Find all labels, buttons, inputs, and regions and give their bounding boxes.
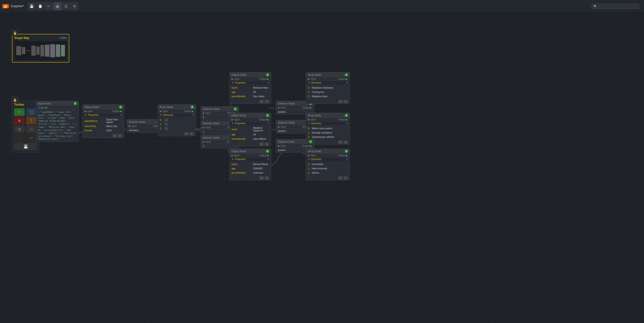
- array-mol-powers-connector[interactable]: [345, 73, 348, 76]
- prop-squadname: squadName : Super hero squad: [83, 118, 124, 124]
- object-node-1-output[interactable]: Output ▶: [112, 110, 122, 112]
- tb-btn-warning[interactable]: !: [26, 117, 37, 124]
- arr-mol-powers-output[interactable]: Output ▶: [338, 78, 348, 80]
- obj-molecule-output[interactable]: Output ▶: [259, 78, 269, 80]
- array-node-1-io: ▶ Input Output ▶: [158, 110, 196, 113]
- array-mad-powers-connector[interactable]: [345, 114, 348, 117]
- tb-btn-save-node[interactable]: 💾: [14, 143, 37, 150]
- obj-madame-remove[interactable]: −: [265, 142, 269, 146]
- prop-mad-name-key: name: [232, 128, 250, 131]
- tb-btn-add-green[interactable]: +: [14, 108, 24, 116]
- sel-et-powers-output[interactable]: Output ▶: [302, 144, 312, 147]
- sel-mad-powers-input[interactable]: ▶ Input: [278, 126, 286, 128]
- prop-m-age-key: age: [232, 91, 250, 94]
- tb-btn-remove[interactable]: ■: [14, 117, 24, 124]
- arr-mol-powers-input[interactable]: ▶ Input: [308, 78, 316, 80]
- obj-madame-count: 4: [268, 122, 269, 125]
- sel-members-input[interactable]: ▶ Input: [129, 125, 137, 127]
- map-thumb-4: [36, 46, 40, 55]
- array-idx-2: 2:: [160, 127, 164, 130]
- tb-btn-info[interactable]: ⬛: [26, 108, 37, 116]
- object-node-1-add[interactable]: +: [112, 134, 117, 137]
- obj-madame-add[interactable]: +: [260, 142, 264, 146]
- tb-btn-download[interactable]: ↓: [14, 134, 24, 142]
- search-input[interactable]: [597, 5, 635, 8]
- object-node-madame-connector[interactable]: [266, 114, 269, 117]
- obj-molecule-add[interactable]: +: [260, 100, 264, 103]
- tb-btn-paste-node[interactable]: ⧊: [26, 126, 37, 133]
- array-node-1: Array Node ▶ Input Output ▶ ▼ Elements 3…: [158, 104, 196, 136]
- selector-et-powers-connector[interactable]: [309, 140, 312, 143]
- array-node-1-remove[interactable]: −: [190, 132, 194, 136]
- arr-mad-powers-input[interactable]: ▶ Input: [308, 118, 316, 121]
- array-mad-powers-io: ▶ Input Output ▶: [306, 118, 350, 122]
- obj-molecule-remove[interactable]: −: [265, 100, 269, 103]
- prop-formed: formed : 2016: [83, 128, 124, 132]
- arr-et-add[interactable]: +: [338, 176, 342, 180]
- obj-eternal-input[interactable]: ▶ Input: [232, 154, 239, 157]
- save-button[interactable]: 💾: [28, 2, 35, 10]
- array-node-1-header: Array Node: [158, 105, 196, 110]
- sel-mol-powers-input[interactable]: ▶ Input: [278, 106, 286, 109]
- obj-eternal-remove[interactable]: −: [265, 176, 269, 180]
- mol-power-idx-0: 0:: [308, 86, 312, 89]
- arr-mol-add[interactable]: +: [338, 100, 342, 103]
- toolbar-lock[interactable]: 🔒: [12, 96, 18, 103]
- arr-et-powers-output[interactable]: Output ▶: [338, 154, 348, 157]
- array-node-1-footer: + −: [158, 132, 196, 136]
- array-node-1-input[interactable]: ▶ Input: [160, 110, 168, 112]
- arr-mad-powers-elems: Elements: [311, 122, 321, 125]
- copy-button[interactable]: 📋: [36, 2, 44, 10]
- grid-button[interactable]: ▦: [54, 2, 61, 10]
- arr-et-powers-input[interactable]: ▶ Input: [308, 154, 316, 157]
- sel-1b-input[interactable]: ▶ Input: [203, 126, 211, 129]
- obj-madame-output[interactable]: Output ▶: [259, 118, 269, 121]
- arr-mad-add[interactable]: +: [338, 140, 342, 144]
- object-node-1-remove[interactable]: −: [118, 134, 122, 137]
- arr-mol-remove[interactable]: −: [344, 100, 348, 103]
- sel-et-powers-input[interactable]: ▶ Input: [278, 144, 286, 147]
- prop-m-name-sep: :: [252, 86, 252, 89]
- object-node-molecule: Object Node ▶ Input Output ▶ ▼ Propertie…: [229, 72, 271, 104]
- obj-madame-input[interactable]: ▶ Input: [232, 118, 239, 121]
- graph-map-canvas: [14, 41, 67, 60]
- arr-mad-powers-output[interactable]: Output ▶: [338, 118, 348, 121]
- object-node-eternal-connector[interactable]: [266, 150, 269, 153]
- prop-et-identity-sep: :: [252, 172, 252, 174]
- settings-button[interactable]: ⚙: [71, 2, 78, 10]
- prop-mad-age-sep: :: [252, 133, 252, 136]
- scissors-button[interactable]: ✂: [45, 2, 52, 10]
- sel-2-input[interactable]: ▶ Input: [203, 140, 211, 143]
- prop-m-name-key: name: [232, 86, 250, 89]
- array-et-powers-connector[interactable]: [345, 150, 348, 153]
- array-node-1-connector[interactable]: [191, 106, 194, 108]
- arr-et-remove[interactable]: −: [344, 176, 348, 180]
- sel-0-input[interactable]: ▶ Input: [203, 112, 211, 114]
- obj-eternal-output[interactable]: Output ▶: [259, 154, 269, 157]
- array-node-1-add[interactable]: +: [184, 132, 188, 136]
- sel-mol-powers-output[interactable]: Output ▶: [302, 106, 312, 109]
- input-node-output-connector[interactable]: [74, 102, 77, 105]
- selector-node-0-connector[interactable]: [234, 108, 237, 110]
- tb-btn-copy-node[interactable]: ⧉: [14, 126, 24, 133]
- object-node-1-output-connector[interactable]: [119, 106, 122, 108]
- array-mol-powers-label: Array Node: [308, 73, 321, 76]
- selector-et-powers-label: Selector Node: [278, 140, 295, 143]
- graph-map-lock[interactable]: 🔒: [12, 30, 18, 36]
- input-node-output-label[interactable]: Output ▶: [38, 106, 48, 109]
- arr-mad-remove[interactable]: −: [344, 140, 348, 144]
- arr-et-powers-count: 5: [346, 158, 348, 160]
- object-node-molecule-connector[interactable]: [266, 73, 269, 76]
- list-button[interactable]: ☰: [62, 2, 70, 10]
- mol-power-2: 2: Radiation blast: [306, 94, 350, 98]
- object-node-1-header: Object Node: [83, 105, 124, 110]
- object-node-1-input[interactable]: ▶ Input: [84, 110, 92, 112]
- obj-eternal-add[interactable]: +: [260, 176, 264, 180]
- map-thumb-6: [45, 45, 50, 56]
- toolbar-grid: + ⬛ ■ ! ⧉ ⧊ ↓ ✏ 💾: [14, 108, 37, 150]
- object-node-eternal-label: Object Node: [232, 150, 246, 153]
- tb-btn-upload[interactable]: ✏: [26, 134, 37, 142]
- array-node-1-output[interactable]: Output ▶: [184, 110, 194, 112]
- obj-molecule-input[interactable]: ▶ Input: [232, 78, 239, 80]
- search-bar[interactable]: 🔍: [592, 3, 639, 9]
